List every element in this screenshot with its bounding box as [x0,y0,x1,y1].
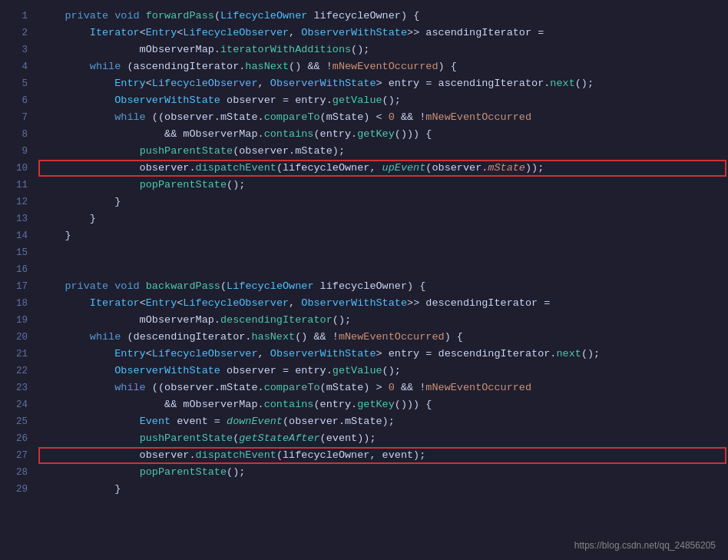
code-line: 21 Entry<LifecycleObserver, ObserverWith… [0,346,728,363]
code-editor: 1 private void forwardPass(LifecycleOwne… [0,0,728,560]
code-line: 14 } [0,227,728,244]
code-line: 13 } [0,210,728,227]
code-line: 20 while (descendingIterator.hasNext() &… [0,329,728,346]
code-line: 23 while ((observer.mState.compareTo(mSt… [0,379,728,396]
code-line: 29 } [0,481,728,498]
code-line: 3 mObserverMap.iteratorWithAdditions(); [0,41,728,58]
code-line: 8 && mObserverMap.contains(entry.getKey(… [0,126,728,143]
code-line: 12 } [0,194,728,210]
code-line: 2 Iterator<Entry<LifecycleObserver, Obse… [0,25,728,41]
code-line: 6 ObserverWithState observer = entry.get… [0,92,728,109]
code-line: 11 popParentState(); [0,177,728,194]
code-line: 17 private void backwardPass(LifecycleOw… [0,278,728,295]
code-line: 27 observer.dispatchEvent(lifecycleOwner… [0,447,728,464]
code-line: 16 [0,261,728,278]
code-line: 19 mObserverMap.descendingIterator(); [0,312,728,329]
code-line: 24 && mObserverMap.contains(entry.getKey… [0,396,728,413]
code-line: 4 while (ascendingIterator.hasNext() && … [0,58,728,75]
code-line: 25 Event event = downEvent(observer.mSta… [0,413,728,430]
code-line: 18 Iterator<Entry<LifecycleObserver, Obs… [0,295,728,312]
code-line: 15 [0,244,728,261]
code-line: 1 private void forwardPass(LifecycleOwne… [0,8,728,25]
code-line: 7 while ((observer.mState.compareTo(mSta… [0,109,728,126]
code-line: 10 observer.dispatchEvent(lifecycleOwner… [0,160,728,177]
watermark-text: https://blog.csdn.net/qq_24856205 [574,540,716,551]
code-line: 26 pushParentState(getStateAfter(event))… [0,430,728,447]
code-line: 28 popParentState(); [0,464,728,481]
code-line: 9 pushParentState(observer.mState); [0,143,728,160]
code-line: 22 ObserverWithState observer = entry.ge… [0,363,728,379]
code-line: 5 Entry<LifecycleObserver, ObserverWithS… [0,75,728,92]
